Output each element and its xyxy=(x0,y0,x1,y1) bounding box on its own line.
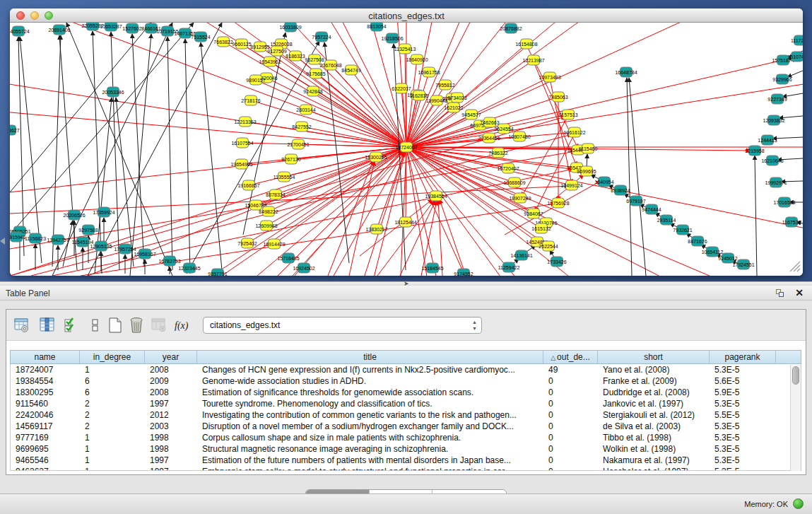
cell-year[interactable]: 2003 xyxy=(145,421,197,432)
table-body[interactable]: 1872400712008Changes of HCN gene express… xyxy=(10,364,801,471)
cell-out_degree[interactable]: 0 xyxy=(543,398,598,409)
cell-short[interactable]: Dudbridge et al. (2008) xyxy=(598,387,710,398)
column-header-short[interactable]: short xyxy=(598,351,710,363)
column-header-title[interactable]: title xyxy=(197,351,543,363)
memory-status-indicator[interactable] xyxy=(793,498,804,509)
column-header-out_degree[interactable]: △out_de... xyxy=(543,351,598,363)
cell-title[interactable]: Investigating the contribution of common… xyxy=(197,409,543,421)
cell-in_degree[interactable]: 1 xyxy=(80,455,145,466)
new-file-icon[interactable] xyxy=(107,317,124,334)
cell-pagerank[interactable]: 5.5E-5 xyxy=(710,409,776,421)
column-check-icon[interactable] xyxy=(63,317,80,334)
cell-short[interactable]: Tibbo et al. (1998) xyxy=(598,432,710,443)
panel-collapse-arrow-icon[interactable] xyxy=(0,238,5,245)
cell-name[interactable]: 18300295 xyxy=(11,387,80,398)
cell-in_degree[interactable]: 2 xyxy=(80,398,145,409)
cell-pagerank[interactable]: 5.3E-5 xyxy=(710,432,776,443)
table-row[interactable]: 977716911998Corpus callosum shape and si… xyxy=(11,432,801,443)
cell-in_degree[interactable]: 1 xyxy=(80,466,145,471)
cell-year[interactable]: 1997 xyxy=(145,455,197,466)
cell-name[interactable]: 19384554 xyxy=(11,375,80,387)
table-row[interactable]: 1456911722003Disruption of a novel membe… xyxy=(11,421,801,432)
cell-year[interactable]: 2012 xyxy=(145,409,197,421)
cell-in_degree[interactable]: 1 xyxy=(80,364,145,375)
cell-title[interactable]: Embryonic stem cells: a model to study s… xyxy=(197,466,543,471)
table-selector-dropdown[interactable]: citations_edges.txt ▲▼ xyxy=(203,317,482,334)
cell-name[interactable]: 18724007 xyxy=(11,364,80,375)
cell-year[interactable]: 1998 xyxy=(145,432,197,443)
cell-short[interactable]: Yano et al. (2008) xyxy=(598,364,710,375)
cell-in_degree[interactable]: 6 xyxy=(80,387,145,398)
table-row[interactable]: 1830029562008Estimation of significance … xyxy=(11,387,801,398)
cell-title[interactable]: Corpus callosum shape and size in male p… xyxy=(197,432,543,443)
cell-pagerank[interactable]: 5.3E-5 xyxy=(710,398,776,409)
citation-network-graph[interactable]: 1872400718300295193845549660125891295515… xyxy=(10,23,803,276)
rows-icon[interactable] xyxy=(87,317,104,334)
cell-short[interactable]: Nakamura et al. (1997) xyxy=(598,455,710,466)
cell-year[interactable]: 2009 xyxy=(145,375,197,387)
cell-in_degree[interactable]: 1 xyxy=(80,443,145,455)
cell-title[interactable]: Structural magnetic resonance image aver… xyxy=(197,443,543,455)
cell-short[interactable]: Jankovic et al. (1997) xyxy=(598,398,710,409)
cell-title[interactable]: Estimation of significance thresholds fo… xyxy=(197,387,543,398)
cell-short[interactable]: Stergiakouli et al. (2012) xyxy=(598,409,710,421)
table-row[interactable]: 911546021997Tourette syndrome. Phenomeno… xyxy=(11,398,801,409)
cell-title[interactable]: Estimation of the future numbers of pati… xyxy=(197,455,543,466)
cell-out_degree[interactable]: 0 xyxy=(543,432,598,443)
cell-out_degree[interactable]: 0 xyxy=(543,443,598,455)
table-row[interactable]: 1938455462009Genome-wide association stu… xyxy=(11,375,801,387)
cell-name[interactable]: 22420046 xyxy=(11,409,80,421)
select-column-icon[interactable] xyxy=(39,317,56,334)
delete-icon[interactable] xyxy=(128,317,145,334)
network-view-window[interactable]: citations_edges.txt 18724007183002951938… xyxy=(10,8,803,276)
float-panel-icon[interactable] xyxy=(776,289,784,297)
cell-out_degree[interactable]: 0 xyxy=(543,387,598,398)
cell-year[interactable]: 1997 xyxy=(145,466,197,471)
column-header-name[interactable]: name xyxy=(11,351,80,363)
close-panel-icon[interactable]: ✕ xyxy=(795,287,804,298)
cell-out_degree[interactable]: 0 xyxy=(543,375,598,387)
cell-short[interactable]: Hescheler et al. (1997) xyxy=(598,466,710,471)
cell-pagerank[interactable]: 5.9E-5 xyxy=(710,387,776,398)
cell-short[interactable]: Franke et al. (2009) xyxy=(598,375,710,387)
table-row[interactable]: 2242004622012Investigating the contribut… xyxy=(11,409,801,421)
table-settings-icon[interactable] xyxy=(13,317,30,334)
cell-title[interactable]: Disruption of a novel member of a sodium… xyxy=(197,421,543,432)
cell-pagerank[interactable]: 5.6E-5 xyxy=(710,375,776,387)
cell-year[interactable]: 2008 xyxy=(145,364,197,375)
cell-title[interactable]: Genome-wide association studies in ADHD. xyxy=(197,375,543,387)
cell-in_degree[interactable]: 2 xyxy=(80,421,145,432)
cell-in_degree[interactable]: 6 xyxy=(80,375,145,387)
cell-out_degree[interactable]: 0 xyxy=(543,409,598,421)
table-row[interactable]: 1872400712008Changes of HCN gene express… xyxy=(11,364,801,375)
network-graph-canvas[interactable]: 1872400718300295193845549660125891295515… xyxy=(10,23,803,276)
cell-year[interactable]: 1998 xyxy=(145,443,197,455)
cell-pagerank[interactable]: 5.3E-5 xyxy=(710,443,776,455)
cell-name[interactable]: 14569117 xyxy=(11,421,80,432)
cell-name[interactable]: 9115460 xyxy=(11,398,80,409)
cell-year[interactable]: 2008 xyxy=(145,387,197,398)
cell-title[interactable]: Changes of HCN gene expression and I(f) … xyxy=(197,364,543,375)
column-header-year[interactable]: year xyxy=(145,351,197,363)
cell-short[interactable]: de Silva et al. (2003) xyxy=(598,421,710,432)
cell-out_degree[interactable]: 49 xyxy=(543,364,598,375)
cell-name[interactable]: 9463627 xyxy=(11,466,80,471)
table-row[interactable]: 969969511998Structural magnetic resonanc… xyxy=(11,443,801,455)
function-builder-icon[interactable]: f(x) xyxy=(173,317,190,334)
column-header-in_degree[interactable]: in_degree xyxy=(80,351,145,363)
scrollbar-thumb[interactable] xyxy=(792,366,799,385)
cell-name[interactable]: 9777169 xyxy=(11,432,80,443)
cell-name[interactable]: 9699695 xyxy=(11,443,80,455)
cell-name[interactable]: 9465546 xyxy=(11,455,80,466)
cell-short[interactable]: Wolkin et al. (1998) xyxy=(598,443,710,455)
cell-year[interactable]: 1997 xyxy=(145,398,197,409)
cell-out_degree[interactable]: 0 xyxy=(543,466,598,471)
cell-pagerank[interactable]: 5.3E-5 xyxy=(710,364,776,375)
cell-pagerank[interactable]: 5.3E-5 xyxy=(710,421,776,432)
cell-pagerank[interactable]: 5.3E-5 xyxy=(710,466,776,471)
cell-in_degree[interactable]: 1 xyxy=(80,432,145,443)
cell-out_degree[interactable]: 0 xyxy=(543,455,598,466)
column-header-pagerank[interactable]: pagerank xyxy=(710,351,776,363)
cell-out_degree[interactable]: 0 xyxy=(543,421,598,432)
table-header-row[interactable]: namein_degreeyeartitle△out_de...shortpag… xyxy=(10,350,801,364)
